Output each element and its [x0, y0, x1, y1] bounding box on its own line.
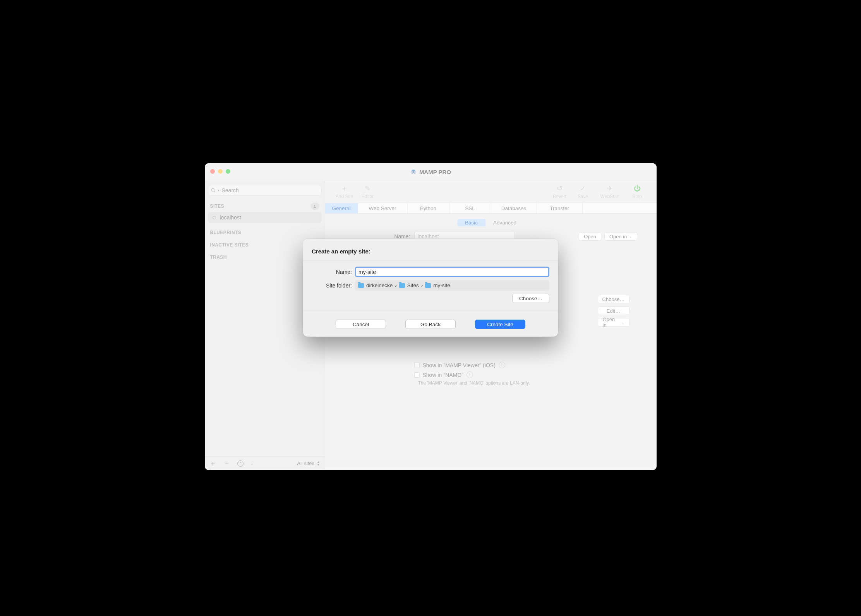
tab-transfer[interactable]: Transfer: [537, 203, 583, 213]
create-site-dialog: Create an empty site: Name: Site folder:…: [303, 239, 558, 337]
namo-go-icon[interactable]: [467, 371, 473, 378]
revert-icon: ↺: [556, 185, 564, 192]
namo-label: Show in "NAMO": [423, 372, 464, 378]
dialog-choose-folder-button[interactable]: Choose…: [512, 294, 549, 303]
dialog-name-label: Name:: [312, 269, 355, 275]
side-action-buttons: Choose… Edit… Open in⌄: [598, 295, 629, 327]
sidebar-section-sites: SITES 1: [210, 203, 319, 210]
titlebar: MAMP PRO: [205, 163, 657, 181]
sidebar-item-localhost[interactable]: localhost: [208, 212, 322, 223]
plane-icon: ✈: [606, 185, 614, 192]
sort-icon[interactable]: ▲▼: [317, 461, 320, 466]
doc-root-choose-button[interactable]: Choose…: [598, 295, 629, 303]
mamp-viewer-label: Show in "MAMP Viewer" (iOS): [423, 362, 496, 368]
sidebar-footer: ＋ － ⋯⌄ All sites ▲▼: [205, 456, 325, 470]
add-site-button[interactable]: ＋Add Site: [333, 185, 356, 199]
webstart-button[interactable]: ✈WebStart: [595, 185, 626, 199]
tab-python[interactable]: Python: [408, 203, 449, 213]
dialog-folder-path: dirkeinecke› Sites› my-site: [355, 280, 549, 291]
cancel-button[interactable]: Cancel: [336, 320, 386, 329]
dialog-folder-label: Site folder:: [312, 282, 355, 289]
lan-only-hint: The 'MAMP Viewer' and 'NAMO' options are…: [418, 380, 637, 386]
add-icon[interactable]: ＋: [209, 459, 216, 468]
search-field[interactable]: ▾: [208, 185, 322, 196]
site-status-icon: [213, 216, 216, 219]
list-item-label: localhost: [220, 214, 241, 221]
save-button[interactable]: ✓Save: [571, 185, 595, 199]
plus-icon: ＋: [341, 185, 348, 192]
folder-icon: [425, 283, 431, 288]
stop-button[interactable]: ⏻Stop: [626, 185, 649, 199]
dialog-name-input[interactable]: [355, 267, 549, 277]
power-icon: ⏻: [633, 185, 641, 192]
filter-all-sites[interactable]: All sites: [297, 460, 314, 466]
sidebar-section-blueprints: BLUEPRINTS: [210, 230, 319, 235]
search-input[interactable]: [221, 187, 319, 194]
editor-button[interactable]: ✎Editor: [356, 185, 379, 199]
tab-ssl[interactable]: SSL: [449, 203, 491, 213]
revert-button[interactable]: ↺Revert: [548, 185, 571, 199]
doc-root-openin-button[interactable]: Open in⌄: [598, 318, 629, 327]
go-back-button[interactable]: Go Back: [405, 320, 456, 329]
folder-icon: [358, 283, 364, 288]
open-site-button[interactable]: Open: [579, 232, 601, 241]
editor-icon: ✎: [364, 185, 372, 192]
remove-icon[interactable]: －: [223, 459, 230, 468]
svg-line-1: [214, 191, 215, 192]
doc-root-edit-button[interactable]: Edit…: [598, 306, 629, 315]
search-chevron-icon[interactable]: ▾: [218, 188, 220, 192]
search-icon: [211, 188, 216, 193]
dialog-title: Create an empty site:: [312, 248, 549, 255]
more-icon[interactable]: ⋯: [237, 460, 244, 467]
tab-general[interactable]: General: [325, 203, 358, 213]
subtab-advanced[interactable]: Advanced: [485, 219, 524, 226]
window-controls: [210, 169, 230, 174]
create-site-button[interactable]: Create Site: [475, 320, 525, 329]
svg-point-0: [211, 188, 214, 191]
minimize-window-icon[interactable]: [218, 169, 223, 174]
maximize-window-icon[interactable]: [226, 169, 230, 174]
window-title: MAMP PRO: [410, 169, 451, 176]
app-logo-icon: [410, 169, 417, 176]
mamp-viewer-go-icon[interactable]: [499, 362, 505, 368]
mamp-viewer-checkbox[interactable]: [414, 363, 420, 368]
toolbar: ＋Add Site ✎Editor ↺Revert ✓Save ✈WebStar…: [325, 181, 657, 203]
tab-bar: General Web Server Python SSL Databases …: [325, 203, 657, 214]
subtab-basic[interactable]: Basic: [457, 219, 485, 226]
open-in-button[interactable]: Open in⌄: [604, 232, 637, 241]
sites-count-badge: 1: [310, 203, 319, 210]
folder-icon: [399, 283, 405, 288]
namo-checkbox[interactable]: [414, 372, 420, 378]
subtab-group: Basic Advanced: [457, 219, 524, 226]
tab-databases[interactable]: Databases: [491, 203, 537, 213]
tab-webserver[interactable]: Web Server: [358, 203, 408, 213]
close-window-icon[interactable]: [210, 169, 215, 174]
check-icon: ✓: [579, 185, 587, 192]
